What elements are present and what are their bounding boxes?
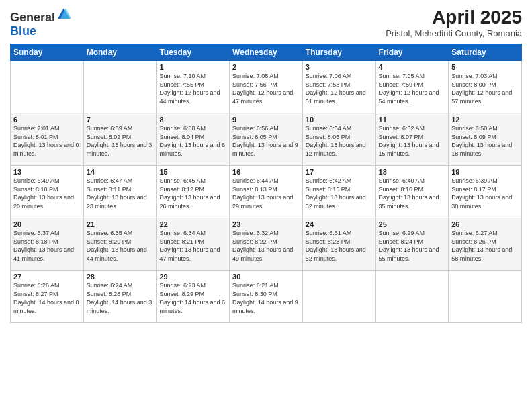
day-number: 14 bbox=[87, 168, 154, 176]
day-number: 9 bbox=[232, 116, 300, 124]
day-number: 26 bbox=[451, 220, 519, 228]
calendar-cell bbox=[302, 271, 375, 323]
calendar-cell: 18Sunrise: 6:40 AM Sunset: 8:16 PM Dayli… bbox=[375, 166, 449, 218]
day-number: 8 bbox=[159, 116, 226, 124]
calendar-cell: 8Sunrise: 6:58 AM Sunset: 8:04 PM Daylig… bbox=[157, 113, 230, 166]
day-info: Sunrise: 6:35 AM Sunset: 8:20 PM Dayligh… bbox=[87, 229, 154, 263]
header-wednesday: Wednesday bbox=[230, 44, 303, 61]
header-monday: Monday bbox=[83, 44, 157, 61]
logo: General Blue bbox=[10, 7, 71, 38]
day-number: 21 bbox=[87, 220, 154, 228]
calendar-subtitle: Pristol, Mehedinti County, Romania bbox=[386, 28, 522, 38]
calendar-cell: 11Sunrise: 6:52 AM Sunset: 8:07 PM Dayli… bbox=[375, 113, 449, 166]
header-row: Sunday Monday Tuesday Wednesday Thursday… bbox=[11, 44, 522, 61]
calendar-cell: 24Sunrise: 6:31 AM Sunset: 8:23 PM Dayli… bbox=[302, 218, 375, 271]
day-number: 1 bbox=[159, 63, 226, 71]
day-info: Sunrise: 7:01 AM Sunset: 8:01 PM Dayligh… bbox=[13, 124, 81, 158]
calendar-cell bbox=[83, 61, 157, 113]
day-info: Sunrise: 6:54 AM Sunset: 8:06 PM Dayligh… bbox=[306, 124, 373, 158]
day-info: Sunrise: 6:58 AM Sunset: 8:04 PM Dayligh… bbox=[159, 124, 226, 158]
day-info: Sunrise: 7:08 AM Sunset: 7:56 PM Dayligh… bbox=[232, 72, 300, 105]
header-tuesday: Tuesday bbox=[157, 44, 230, 61]
calendar-cell: 21Sunrise: 6:35 AM Sunset: 8:20 PM Dayli… bbox=[83, 218, 157, 271]
day-info: Sunrise: 7:10 AM Sunset: 7:55 PM Dayligh… bbox=[159, 72, 226, 105]
day-number: 10 bbox=[306, 116, 373, 124]
header-sunday: Sunday bbox=[11, 44, 84, 61]
calendar-title: April 2025 bbox=[386, 7, 522, 28]
day-info: Sunrise: 6:27 AM Sunset: 8:26 PM Dayligh… bbox=[451, 229, 519, 263]
calendar-cell: 14Sunrise: 6:47 AM Sunset: 8:11 PM Dayli… bbox=[83, 166, 157, 218]
calendar-cell: 2Sunrise: 7:08 AM Sunset: 7:56 PM Daylig… bbox=[230, 61, 303, 113]
day-number: 4 bbox=[379, 63, 446, 71]
day-info: Sunrise: 6:49 AM Sunset: 8:10 PM Dayligh… bbox=[13, 177, 81, 210]
calendar-cell: 16Sunrise: 6:44 AM Sunset: 8:13 PM Dayli… bbox=[230, 166, 303, 218]
calendar-cell: 1Sunrise: 7:10 AM Sunset: 7:55 PM Daylig… bbox=[157, 61, 230, 113]
day-info: Sunrise: 6:50 AM Sunset: 8:09 PM Dayligh… bbox=[451, 124, 519, 158]
day-info: Sunrise: 6:42 AM Sunset: 8:15 PM Dayligh… bbox=[306, 177, 373, 210]
calendar-cell: 4Sunrise: 7:05 AM Sunset: 7:59 PM Daylig… bbox=[375, 61, 449, 113]
calendar-header: Sunday Monday Tuesday Wednesday Thursday… bbox=[11, 44, 522, 61]
calendar-cell: 7Sunrise: 6:59 AM Sunset: 8:02 PM Daylig… bbox=[83, 113, 157, 166]
day-info: Sunrise: 6:52 AM Sunset: 8:07 PM Dayligh… bbox=[379, 124, 446, 158]
calendar-cell: 26Sunrise: 6:27 AM Sunset: 8:26 PM Dayli… bbox=[449, 218, 522, 271]
day-number: 28 bbox=[87, 273, 154, 281]
calendar-cell: 30Sunrise: 6:21 AM Sunset: 8:30 PM Dayli… bbox=[230, 271, 303, 323]
day-number: 16 bbox=[232, 168, 300, 176]
calendar-cell bbox=[449, 271, 522, 323]
calendar-week-3: 13Sunrise: 6:49 AM Sunset: 8:10 PM Dayli… bbox=[11, 166, 522, 218]
calendar-week-2: 6Sunrise: 7:01 AM Sunset: 8:01 PM Daylig… bbox=[11, 113, 522, 166]
calendar-cell: 20Sunrise: 6:37 AM Sunset: 8:18 PM Dayli… bbox=[11, 218, 84, 271]
calendar-cell: 22Sunrise: 6:34 AM Sunset: 8:21 PM Dayli… bbox=[157, 218, 230, 271]
day-number: 29 bbox=[159, 273, 226, 281]
page: General Blue April 2025 Pristol, Mehedin… bbox=[0, 0, 532, 411]
day-info: Sunrise: 6:45 AM Sunset: 8:12 PM Dayligh… bbox=[159, 177, 226, 210]
day-info: Sunrise: 6:39 AM Sunset: 8:17 PM Dayligh… bbox=[451, 177, 519, 210]
header: General Blue April 2025 Pristol, Mehedin… bbox=[10, 7, 522, 38]
header-saturday: Saturday bbox=[449, 44, 522, 61]
calendar-cell: 27Sunrise: 6:26 AM Sunset: 8:27 PM Dayli… bbox=[11, 271, 84, 323]
calendar-cell: 23Sunrise: 6:32 AM Sunset: 8:22 PM Dayli… bbox=[230, 218, 303, 271]
day-info: Sunrise: 7:03 AM Sunset: 8:00 PM Dayligh… bbox=[451, 72, 519, 105]
calendar-cell: 15Sunrise: 6:45 AM Sunset: 8:12 PM Dayli… bbox=[157, 166, 230, 218]
calendar-cell: 17Sunrise: 6:42 AM Sunset: 8:15 PM Dayli… bbox=[302, 166, 375, 218]
day-number: 7 bbox=[87, 116, 154, 124]
calendar-cell: 6Sunrise: 7:01 AM Sunset: 8:01 PM Daylig… bbox=[11, 113, 84, 166]
calendar-cell: 12Sunrise: 6:50 AM Sunset: 8:09 PM Dayli… bbox=[449, 113, 522, 166]
day-number: 3 bbox=[306, 63, 373, 71]
day-number: 22 bbox=[159, 220, 226, 228]
day-number: 13 bbox=[13, 168, 81, 176]
day-number: 27 bbox=[13, 273, 81, 281]
calendar-body: 1Sunrise: 7:10 AM Sunset: 7:55 PM Daylig… bbox=[11, 61, 522, 323]
logo-icon bbox=[56, 7, 71, 21]
day-number: 30 bbox=[232, 273, 300, 281]
day-info: Sunrise: 6:32 AM Sunset: 8:22 PM Dayligh… bbox=[232, 229, 300, 263]
calendar-week-1: 1Sunrise: 7:10 AM Sunset: 7:55 PM Daylig… bbox=[11, 61, 522, 113]
day-number: 25 bbox=[379, 220, 446, 228]
title-block: April 2025 Pristol, Mehedinti County, Ro… bbox=[386, 7, 522, 38]
logo-blue: Blue bbox=[10, 24, 36, 38]
day-number: 24 bbox=[306, 220, 373, 228]
day-info: Sunrise: 6:59 AM Sunset: 8:02 PM Dayligh… bbox=[87, 124, 154, 158]
day-number: 23 bbox=[232, 220, 300, 228]
calendar-cell: 9Sunrise: 6:56 AM Sunset: 8:05 PM Daylig… bbox=[230, 113, 303, 166]
day-info: Sunrise: 6:47 AM Sunset: 8:11 PM Dayligh… bbox=[87, 177, 154, 210]
day-number: 12 bbox=[451, 116, 519, 124]
day-number: 15 bbox=[159, 168, 226, 176]
day-info: Sunrise: 7:06 AM Sunset: 7:58 PM Dayligh… bbox=[306, 72, 373, 105]
day-info: Sunrise: 6:24 AM Sunset: 8:28 PM Dayligh… bbox=[87, 281, 154, 315]
day-number: 2 bbox=[232, 63, 300, 71]
day-number: 18 bbox=[379, 168, 446, 176]
day-number: 20 bbox=[13, 220, 81, 228]
day-number: 5 bbox=[451, 63, 519, 71]
day-info: Sunrise: 6:56 AM Sunset: 8:05 PM Dayligh… bbox=[232, 124, 300, 158]
calendar-cell: 5Sunrise: 7:03 AM Sunset: 8:00 PM Daylig… bbox=[449, 61, 522, 113]
day-info: Sunrise: 6:44 AM Sunset: 8:13 PM Dayligh… bbox=[232, 177, 300, 210]
day-number: 17 bbox=[306, 168, 373, 176]
day-number: 11 bbox=[379, 116, 446, 124]
calendar-week-5: 27Sunrise: 6:26 AM Sunset: 8:27 PM Dayli… bbox=[11, 271, 522, 323]
calendar-week-4: 20Sunrise: 6:37 AM Sunset: 8:18 PM Dayli… bbox=[11, 218, 522, 271]
day-info: Sunrise: 6:34 AM Sunset: 8:21 PM Dayligh… bbox=[159, 229, 226, 263]
calendar-cell: 19Sunrise: 6:39 AM Sunset: 8:17 PM Dayli… bbox=[449, 166, 522, 218]
calendar-cell: 29Sunrise: 6:23 AM Sunset: 8:29 PM Dayli… bbox=[157, 271, 230, 323]
calendar-cell: 3Sunrise: 7:06 AM Sunset: 7:58 PM Daylig… bbox=[302, 61, 375, 113]
